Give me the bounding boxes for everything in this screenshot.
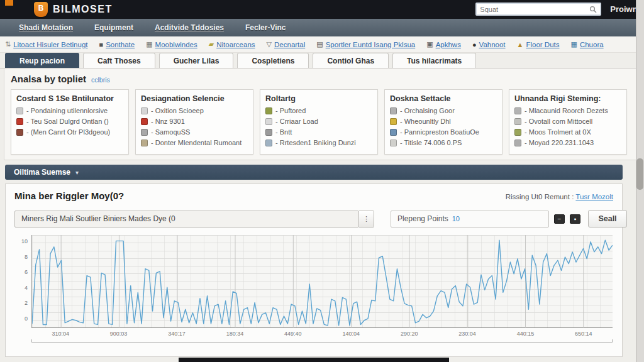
scrollbar-thumb[interactable] [636, 158, 643, 190]
status-icon [390, 140, 397, 146]
card-list-item[interactable]: - Pannicpreston BoatiuOe [390, 128, 497, 136]
status-icon [16, 118, 23, 125]
panel-right-text: Rissing Ut0 Remunt : Tusr Mozolt [506, 193, 613, 200]
card-list-item[interactable]: - Titisle 74.006 0.PS [390, 139, 497, 147]
card-list-item[interactable]: - Pondaining utilennlorsive [16, 107, 123, 115]
card-item-text: - Rrtesden1 Bniking Dunzi [275, 139, 356, 147]
card-list-item[interactable]: - Moos Trolmert at 0X [514, 128, 621, 136]
card-item-text: - SamoquSS [151, 128, 190, 136]
card-list-item[interactable]: - Mlacaunid Roorch Dezets [514, 107, 621, 115]
x-tick-label: 180:34 [206, 331, 264, 337]
toolbar-link-1[interactable]: ⇅Litoact Hisuler Betinugt [5, 40, 87, 48]
toolbar-link-label: Sonthate [106, 41, 135, 48]
toolbar-link-10[interactable]: ▦Chuora [571, 40, 604, 48]
metric-select[interactable]: Miners Rig Mali Soutlier Biniers Mades D… [14, 211, 359, 228]
panel-right-link[interactable]: Tusr Mozolt [575, 193, 613, 200]
status-icon [141, 107, 148, 114]
card-list-item[interactable]: - Bntt [265, 128, 372, 136]
panel-right-label: Rissing Ut0 Remunt : [506, 193, 574, 200]
y-tick-label: 10 [21, 238, 28, 244]
points-value: 10 [452, 215, 460, 222]
toolbar-link-3[interactable]: ▦Mooblwindes [146, 40, 197, 48]
status-icon [265, 107, 272, 114]
top-header-bar: BILMOSET Proiwnt [0, 0, 644, 19]
vertical-scrollbar[interactable] [636, 0, 644, 362]
card-list-item[interactable]: - (Men Canrt Otr Pl3dgeou) [16, 128, 123, 136]
points-label: Plepeng Points [397, 214, 448, 223]
card-list-item[interactable]: - Nnz 9301 [141, 118, 248, 126]
card-list-item[interactable]: - Orchalsing Goor [390, 107, 497, 115]
plot-area [31, 235, 613, 328]
nav-item-1[interactable]: Shadi Motation [19, 23, 73, 32]
card-item-text: - Pannicpreston BoatiuOe [400, 128, 479, 136]
card-item-text: - Orchalsing Goor [400, 107, 455, 115]
calendar-icon: ▦ [146, 40, 152, 48]
status-icon [514, 129, 521, 136]
toolbar-link-4[interactable]: ▰Nitoarceans [209, 40, 255, 48]
card-item-text: - Donter Mlendental Rumoant [151, 139, 242, 147]
select-options-button[interactable]: ⋮ [359, 211, 374, 228]
tab-4[interactable]: Cospletiens [237, 53, 309, 68]
status-icon [390, 129, 397, 136]
analysis-edit-link[interactable]: cclbris [91, 76, 110, 84]
toolbar-link-8[interactable]: ●Vahnoot [472, 41, 506, 48]
card-list-item[interactable]: - Puftored [265, 107, 372, 115]
card-item-text: - Nnz 9301 [151, 118, 185, 126]
search-box[interactable] [475, 3, 601, 16]
nav-item-4[interactable]: Fecler-Vinc [245, 23, 286, 32]
summary-card-2: Desiagnation Selencie- Oxition Scioeep- … [135, 89, 253, 155]
tab-5[interactable]: Contiol Ghas [313, 53, 389, 68]
search-icon[interactable] [589, 6, 597, 13]
tab-2[interactable]: Caft Thoses [83, 53, 155, 68]
card-list-item[interactable]: - Rrtesden1 Bniking Dunzi [265, 139, 372, 147]
toolbar-link-5[interactable]: ▽Decnartal [267, 40, 306, 48]
card-list-item[interactable]: - Moyad 220.231.1043 [514, 139, 621, 147]
card-list-item[interactable]: - Teu Soal Dulgrd Ontlan () [16, 118, 123, 126]
status-icon [265, 129, 272, 136]
tab-3[interactable]: Gucher Lilas [159, 53, 234, 68]
tab-bar: Reup pacionCaft ThosesGucher LilasCosple… [0, 53, 644, 69]
summary-card-4: Doskna Settacle- Orchalsing Goor- Wheoun… [384, 89, 502, 155]
toolbar-link-label: Decnartal [274, 41, 305, 48]
status-icon [141, 140, 148, 146]
y-tick-label: 2 [25, 300, 28, 306]
apply-button[interactable]: Seall [588, 210, 627, 228]
toolbar-link-9[interactable]: ▲Floor Duts [517, 41, 560, 48]
card-item-text: - Titisle 74.006 0.PS [400, 139, 462, 147]
grid-icon: ▦ [571, 40, 577, 48]
card-item-text: - Crriaar Load [275, 118, 318, 126]
toolbar-link-2[interactable]: ■Sonthate [99, 41, 135, 48]
toolbar-link-6[interactable]: ▤Sportler Euntd Isang Pklsua [316, 40, 415, 48]
toolbar-link-label: Sportler Euntd Isang Pklsua [326, 41, 416, 48]
card-list-item[interactable]: - Ovotall com Mittocell [514, 118, 621, 126]
toolbar-link-7[interactable]: ▣Apkhws [426, 40, 461, 48]
y-tick-label: 6 [25, 269, 28, 275]
status-icon [141, 118, 148, 125]
stop-button[interactable]: ▪ [570, 214, 580, 224]
person-icon: ■ [99, 41, 103, 48]
decrease-button[interactable]: − [554, 214, 565, 224]
status-icon [16, 129, 23, 136]
transfer-icon: ⇅ [5, 40, 11, 48]
y-axis-labels: 1086420 [14, 235, 30, 328]
card-list-item[interactable]: - SamoquSS [141, 128, 248, 136]
tab-6[interactable]: Tus hilacrimats [392, 53, 476, 68]
card-list-item[interactable]: - Donter Mlendental Rumoant [141, 139, 248, 147]
nav-item-3[interactable]: Acditvide Tddosies [155, 23, 224, 32]
card-title: Uhnanda Rigi Steming: [514, 94, 621, 103]
search-input[interactable] [480, 6, 589, 13]
status-icon [265, 118, 272, 125]
nav-item-2[interactable]: Equipment [94, 23, 133, 32]
x-tick-label: 290:20 [380, 331, 438, 337]
bottom-dark-strip [179, 358, 449, 362]
collapsible-section-bar[interactable]: Oiltima Suemse ▾ [5, 165, 623, 180]
tab-1[interactable]: Reup pacion [5, 53, 79, 68]
user-icon: ● [472, 41, 477, 48]
points-box[interactable]: Plepeng Points 10 [391, 211, 549, 228]
card-list-item[interactable]: - Crriaar Load [265, 118, 372, 126]
card-item-text: - Teu Soal Dulgrd Ontlan () [26, 118, 109, 126]
card-item-text: - Moyad 220.231.1043 [525, 139, 594, 147]
card-list-item[interactable]: - Wheounltly Dhl [390, 118, 497, 126]
panel-title: Mina ber Riggler Moy(0? [14, 190, 124, 201]
card-list-item[interactable]: - Oxition Scioeep [141, 107, 248, 115]
